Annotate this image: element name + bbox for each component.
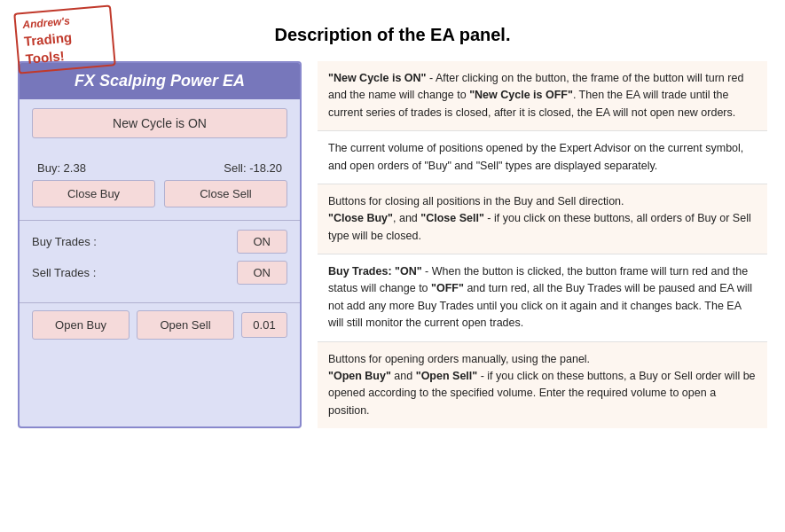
description-area: "New Cycle is ON" - After clicking on th… <box>318 61 767 428</box>
buy-sell-row: Buy: 2.38 Sell: -18.20 <box>32 161 287 175</box>
page-title: Description of the EA panel. <box>18 16 767 45</box>
trades-section: Buy Trades : ON Sell Trades : ON <box>20 220 300 297</box>
sell-trades-label: Sell Trades : <box>32 266 96 279</box>
desc-volume: The current volume of positions opened b… <box>318 131 767 184</box>
sell-value: Sell: -18.20 <box>224 161 282 175</box>
desc-close: Buttons for closing all positions in the… <box>318 184 767 254</box>
buy-trades-row: Buy Trades : ON <box>32 230 287 254</box>
open-sell-button[interactable]: Open Sell <box>137 310 234 340</box>
open-buy-button[interactable]: Open Buy <box>32 310 130 340</box>
desc-new-cycle-bold1: "New Cycle is ON" <box>328 72 427 84</box>
logo-area: Andrew's Trading Tools! <box>16 9 114 71</box>
buy-trades-toggle[interactable]: ON <box>237 230 288 254</box>
desc-buy-trades-bold1: Buy Trades: "ON" <box>328 265 422 278</box>
buy-value: Buy: 2.38 <box>37 161 86 175</box>
close-buy-button[interactable]: Close Buy <box>32 180 155 207</box>
close-buttons-row: Close Buy Close Sell <box>32 180 287 207</box>
desc-open-bold2: "Open Sell" <box>416 370 478 382</box>
desc-open: Buttons for opening orders manually, usi… <box>318 342 767 429</box>
logo-text: Andrew's Trading Tools! <box>13 4 116 74</box>
desc-close-bold1: "Close Buy" <box>328 212 393 224</box>
buy-sell-section: Buy: 2.38 Sell: -18.20 Close Buy Close S… <box>20 144 300 213</box>
page-wrapper: Andrew's Trading Tools! Description of t… <box>0 0 785 532</box>
desc-close-bold2: "Close Sell" <box>420 212 484 224</box>
logo-line2: Trading Tools! <box>23 29 72 66</box>
buy-trades-label: Buy Trades : <box>32 235 97 248</box>
desc-open-bold1: "Open Buy" <box>328 370 391 382</box>
open-section: Open Buy Open Sell <box>20 302 300 340</box>
close-sell-button[interactable]: Close Sell <box>164 180 287 207</box>
desc-buy-trades-bold2: "OFF" <box>431 282 464 294</box>
desc-new-cycle-bold2: "New Cycle is OFF" <box>469 89 573 101</box>
content-area: FX Scalping Power EA New Cycle is ON Buy… <box>18 61 767 428</box>
sell-trades-toggle[interactable]: ON <box>237 261 288 285</box>
new-cycle-section: New Cycle is ON <box>20 99 300 144</box>
logo-line1: Andrew's <box>22 14 71 31</box>
sell-trades-row: Sell Trades : ON <box>32 261 287 285</box>
volume-input[interactable] <box>241 312 287 338</box>
ea-panel: FX Scalping Power EA New Cycle is ON Buy… <box>18 61 302 428</box>
desc-buy-trades: Buy Trades: "ON" - When the button is cl… <box>318 254 767 342</box>
desc-new-cycle: "New Cycle is ON" - After clicking on th… <box>318 61 767 131</box>
new-cycle-button[interactable]: New Cycle is ON <box>32 108 287 138</box>
